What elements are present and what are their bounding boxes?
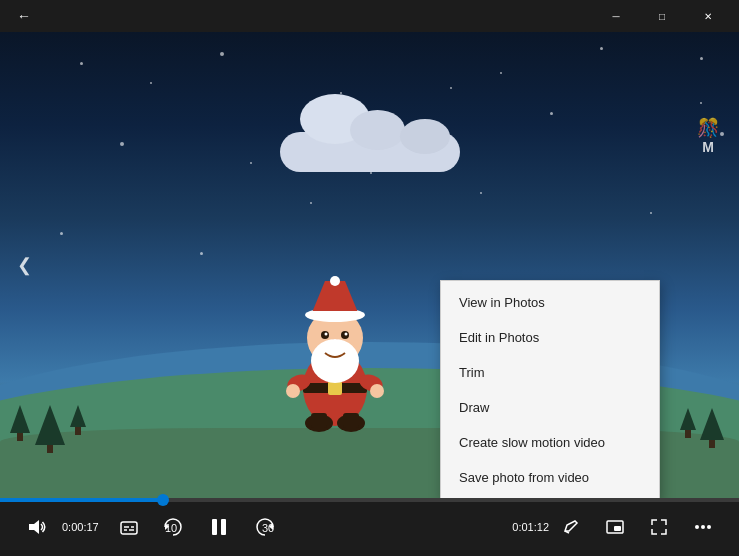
- svg-marker-13: [311, 281, 359, 315]
- tree-r1: [680, 408, 696, 448]
- back-button[interactable]: ←: [8, 0, 40, 32]
- svg-point-38: [695, 525, 699, 529]
- svg-marker-23: [29, 520, 39, 534]
- menu-item-view-in-photos[interactable]: View in Photos: [441, 285, 659, 320]
- progress-bar-container[interactable]: [0, 498, 739, 502]
- more-options-button[interactable]: [681, 505, 725, 549]
- svg-rect-6: [343, 413, 359, 428]
- time-elapsed: 0:00:17: [62, 521, 99, 533]
- cloud: [260, 112, 480, 182]
- title-bar-controls: ─ □ ✕: [593, 0, 731, 32]
- menu-item-trim[interactable]: Trim: [441, 355, 659, 390]
- title-bar-left: ←: [8, 0, 40, 32]
- controls-bar: 0:00:17 10 30 0:01: [0, 498, 739, 556]
- skip-forward-button[interactable]: 30: [243, 505, 287, 549]
- svg-point-10: [370, 384, 384, 398]
- title-bar: ← ─ □ ✕: [0, 0, 739, 32]
- tree-1: [10, 405, 30, 453]
- svg-rect-31: [212, 519, 217, 535]
- svg-point-19: [345, 333, 348, 336]
- svg-point-9: [286, 384, 300, 398]
- menu-item-edit-in-photos[interactable]: Edit in Photos: [441, 320, 659, 355]
- menu-item-create-slow-motion[interactable]: Create slow motion video: [441, 425, 659, 460]
- tree-r2: [700, 408, 724, 448]
- menu-item-save-photo[interactable]: Save photo from video: [441, 460, 659, 495]
- rewind-button[interactable]: 10: [151, 505, 195, 549]
- volume-button[interactable]: [14, 505, 58, 549]
- time-total: 0:01:12: [512, 521, 549, 533]
- svg-point-18: [325, 333, 328, 336]
- progress-bar-fill: [0, 498, 163, 502]
- miniplayer-button[interactable]: [593, 505, 637, 549]
- close-button[interactable]: ✕: [685, 0, 731, 32]
- svg-rect-37: [614, 526, 621, 531]
- watermark: 🎊 M: [697, 117, 719, 155]
- menu-item-draw[interactable]: Draw: [441, 390, 659, 425]
- svg-text:MiniTool: MiniTool: [322, 367, 348, 374]
- fullscreen-button[interactable]: [637, 505, 681, 549]
- minimize-button[interactable]: ─: [593, 0, 639, 32]
- video-area: MiniTool 🎊 M ❮ View in Photos Edit in Ph…: [0, 32, 739, 498]
- santa: MiniTool: [275, 273, 395, 433]
- svg-point-39: [701, 525, 705, 529]
- nav-arrow-left[interactable]: ❮: [8, 249, 40, 281]
- svg-rect-24: [121, 522, 137, 534]
- svg-rect-2: [328, 381, 342, 395]
- trees-left: [10, 405, 86, 453]
- svg-point-40: [707, 525, 711, 529]
- svg-rect-15: [309, 311, 361, 319]
- edit-button[interactable]: [549, 505, 593, 549]
- captions-button[interactable]: [107, 505, 151, 549]
- svg-point-14: [330, 276, 340, 286]
- context-menu: View in Photos Edit in Photos Trim Draw …: [440, 280, 660, 498]
- restore-button[interactable]: □: [639, 0, 685, 32]
- tree-2: [35, 405, 65, 453]
- trees-right: [680, 408, 724, 448]
- tree-3: [70, 405, 86, 453]
- svg-rect-32: [221, 519, 226, 535]
- progress-thumb[interactable]: [157, 494, 169, 506]
- svg-rect-5: [311, 413, 327, 428]
- play-pause-button[interactable]: [195, 505, 243, 549]
